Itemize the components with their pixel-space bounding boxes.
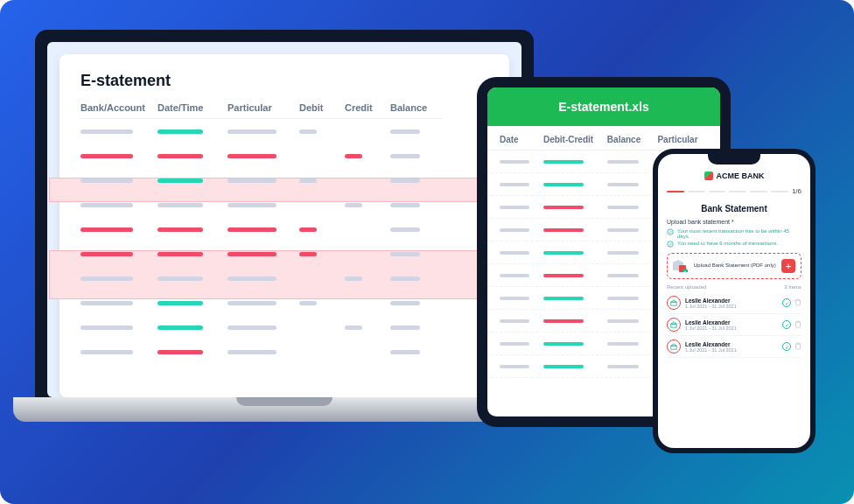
table-row [80,340,488,364]
col-particular: Particular [228,102,299,119]
table-row [80,290,488,315]
file-name: Leslie Alexander [685,298,778,304]
file-name: Leslie Alexander [685,319,778,326]
svg-marker-11 [671,322,676,324]
statement-document: E-statement Bank/Account Date/Time Parti… [60,54,509,397]
col-balance: Balance [390,102,443,119]
spreadsheet-header: Date Debit-Credit Balance Particular [487,126,720,150]
page-title: Bank Statement [667,204,802,214]
check-icon [667,241,674,248]
svg-rect-12 [796,322,801,327]
file-name: Leslie Alexander [685,341,778,347]
file-date: 1 Jul 2021 - 31 Jul 2021 [685,304,778,309]
col-date: Date [500,135,543,144]
verified-icon: ✓ [782,342,791,351]
bank-logo-icon [704,172,713,180]
tip-item: Your most recent transaction has to be w… [667,228,802,239]
document-title: E-statement [80,72,488,90]
recent-count: 3 Items [784,284,802,290]
svg-rect-15 [796,344,801,349]
table-row [80,192,488,217]
table-row [80,266,488,290]
bank-brand: ACME BANK [667,172,802,180]
table-row [80,315,488,340]
svg-marker-14 [671,344,676,346]
upload-text: Upload Bank Statement (PDF only) [694,262,776,269]
delete-icon[interactable] [794,320,802,328]
svg-text:+: + [684,269,687,272]
upload-dropzone[interactable]: + Upload Bank Statement (PDF only) + [667,253,802,279]
svg-marker-3 [673,260,683,262]
uploaded-file-item[interactable]: Leslie Alexander1 Jul 2021 - 31 Jul 2021… [667,314,802,336]
bank-icon [667,340,681,354]
col-debit: Debit [299,102,345,119]
svg-rect-7 [671,302,676,305]
delete-icon[interactable] [794,298,802,306]
table-row [80,242,488,266]
check-icon [667,228,674,235]
laptop-device: E-statement Bank/Account Date/Time Parti… [35,30,534,422]
bank-name: ACME BANK [717,172,765,180]
table-row [80,168,488,192]
svg-rect-9 [796,300,801,305]
table-header: Bank/Account Date/Time Particular Debit … [80,102,488,119]
progress-step: 1/6 [792,187,802,195]
file-date: 1 Jul 2021 - 31 Jul 2021 [685,347,778,353]
recent-label: Recent uploaded [667,284,706,290]
table-row [80,217,488,242]
svg-rect-13 [671,346,676,349]
spreadsheet-title: E-statement.xls [487,88,720,126]
svg-rect-10 [671,324,676,327]
uploaded-file-item[interactable]: Leslie Alexander1 Jul 2021 - 31 Jul 2021… [667,336,802,358]
table-row [80,144,488,168]
table-row [80,119,488,144]
col-credit: Credit [345,102,390,119]
file-date: 1 Jul 2021 - 31 Jul 2021 [685,326,778,331]
progress-bar: 1/6 [667,187,802,195]
svg-marker-8 [671,300,676,302]
bank-icon [667,296,681,310]
uploaded-file-item[interactable]: Leslie Alexander1 Jul 2021 - 31 Jul 2021… [667,292,802,314]
bank-document-icon: + [673,260,689,272]
bank-icon [667,318,681,332]
upload-label: Upload bank statement * [667,219,802,225]
tip-item: You need to have 6 months of transaction… [667,241,802,248]
col-bank: Bank/Account [80,102,158,119]
col-balance: Balance [607,135,658,144]
col-date: Date/Time [158,102,228,119]
col-particular: Particular [657,135,708,144]
upload-add-button[interactable]: + [781,259,795,273]
col-debit-credit: Debit-Credit [543,135,607,144]
verified-icon: ✓ [782,320,791,329]
phone-device: ACME BANK 1/6 Bank Statement Upload bank… [653,149,816,453]
delete-icon[interactable] [794,342,802,350]
verified-icon: ✓ [782,298,791,307]
